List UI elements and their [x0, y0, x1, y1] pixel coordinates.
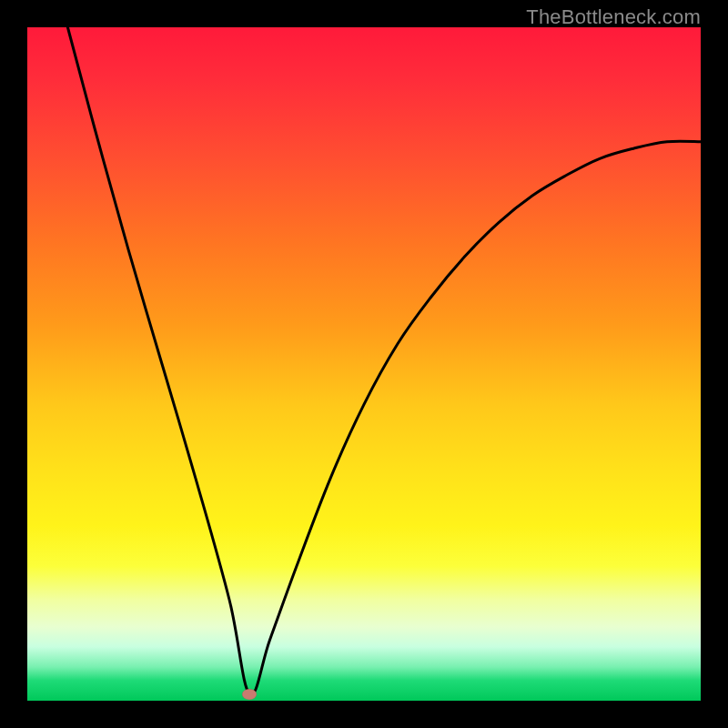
minimum-marker	[242, 689, 257, 700]
curve-layer	[27, 27, 701, 701]
attribution-text: TheBottleneck.com	[526, 5, 701, 29]
chart-frame: TheBottleneck.com	[0, 0, 728, 728]
bottleneck-curve	[67, 27, 701, 695]
